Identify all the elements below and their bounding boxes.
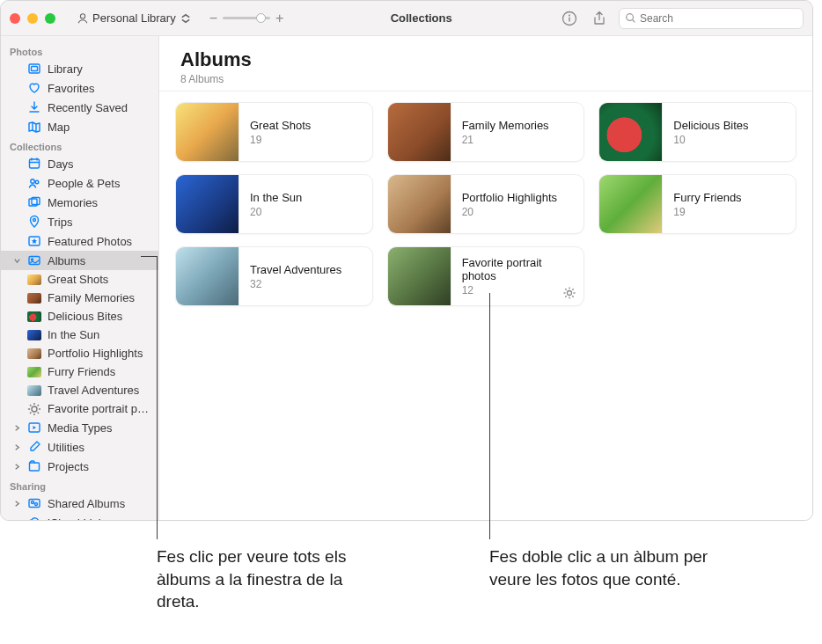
sidebar-item-media-types[interactable]: Media Types [1,418,158,437]
sidebar-item-label: iCloud Links [48,516,110,521]
sidebar-item-furry-friends[interactable]: Furry Friends [1,362,158,381]
callout-line-right [489,293,490,539]
sidebar-item-label: Furry Friends [48,365,115,378]
album-thumb-icon [27,293,41,304]
toolbar-title: Collections [290,11,552,25]
memories-icon [27,195,41,209]
sidebar-item-great-shots[interactable]: Great Shots [1,270,158,289]
search-input[interactable] [640,12,797,25]
info-button[interactable] [559,8,580,29]
svg-rect-3 [569,17,569,21]
album-icon [27,253,41,267]
sidebar-item-label: Portfolio Highlights [48,347,143,360]
svg-point-0 [80,13,84,18]
sidebar-item-label: Media Types [48,421,112,435]
zoom-slider[interactable]: − + [209,11,284,26]
sidebar-item-memories[interactable]: Memories [1,193,158,212]
zoom-in-icon[interactable]: + [275,11,283,26]
share-button[interactable] [589,8,610,29]
svg-point-15 [32,259,33,260]
sidebar-item-library[interactable]: Library [1,59,158,78]
album-count: 20 [462,206,574,218]
slider-track[interactable] [223,17,270,19]
callout-connector [141,256,157,257]
sidebar-item-label: In the Sun [48,328,99,341]
sidebar-item-label: Favorite portrait photos [48,402,151,415]
disclosure-right-icon[interactable] [13,424,21,432]
sidebar-item-label: Projects [48,460,89,473]
album-card[interactable]: Furry Friends19 [598,174,796,234]
svg-point-20 [32,501,34,504]
sidebar-section-label: Photos [1,41,158,59]
album-name: Favorite portrait photos [462,256,574,282]
svg-point-8 [31,179,34,183]
sidebar-item-icloud-links[interactable]: iCloud Links [1,513,158,520]
info-icon [561,11,577,26]
svg-rect-6 [32,67,38,71]
sidebar-item-projects[interactable]: Projects [1,457,158,476]
album-name: Furry Friends [673,191,785,204]
album-count: 10 [673,134,785,146]
callout-line-left [157,256,158,539]
sidebar-item-label: Family Memories [48,291,135,304]
people-icon [27,176,41,190]
search-icon [625,12,636,24]
search-field[interactable] [619,8,804,29]
close-icon[interactable] [10,13,20,24]
sidebar-item-label: Great Shots [48,273,108,286]
callout-text-left: Fes clic per veure tots els àlbums a la … [157,545,385,613]
album-meta: Portfolio Highlights20 [451,175,584,233]
svg-point-9 [35,180,39,184]
album-card[interactable]: Portfolio Highlights20 [387,174,585,234]
album-card[interactable]: Favorite portrait photos12 [387,246,585,306]
library-selector[interactable]: Personal Library [71,10,197,26]
sidebar-item-people-pets[interactable]: People & Pets [1,173,158,193]
calendar-icon [27,157,41,171]
projects-icon [27,459,41,473]
minimize-icon[interactable] [27,13,38,24]
disclosure-right-icon[interactable] [13,500,21,508]
sidebar-item-favorites[interactable]: Favorites [1,78,158,98]
sidebar-item-trips[interactable]: Trips [1,212,158,231]
sidebar-item-days[interactable]: Days [1,154,158,173]
star-icon [27,234,41,248]
heart-icon [27,81,41,95]
disclosure-right-icon[interactable] [13,463,21,471]
sidebar-section-label: Collections [1,136,158,154]
album-card[interactable]: Family Memories21 [387,102,585,162]
maximize-icon[interactable] [45,13,55,24]
disclosure-down-icon[interactable] [13,257,21,265]
sidebar-item-recently-saved[interactable]: Recently Saved [1,98,158,117]
album-card[interactable]: Great Shots19 [175,102,373,162]
sidebar-item-travel-adventures[interactable]: Travel Adventures [1,381,158,399]
album-count: 32 [250,278,362,290]
album-meta: Travel Adventures32 [239,247,372,305]
zoom-out-icon[interactable]: − [209,11,217,26]
sidebar-item-shared-albums[interactable]: Shared Albums [1,494,158,513]
sidebar-item-map[interactable]: Map [1,117,158,136]
sidebar-item-featured-photos[interactable]: Featured Photos [1,231,158,251]
sidebar-item-delicious-bites[interactable]: Delicious Bites [1,307,158,326]
disclosure-right-icon[interactable] [13,443,21,451]
svg-rect-18 [30,463,40,471]
sidebar-item-favorite-portrait-photos[interactable]: Favorite portrait photos [1,399,158,418]
album-card[interactable]: Delicious Bites10 [598,102,796,162]
album-count: 21 [462,134,574,146]
sidebar-item-label: Utilities [48,441,84,454]
album-thumb-icon [27,385,41,396]
svg-rect-19 [29,500,40,508]
library-label: Personal Library [92,11,176,25]
window-controls [10,13,55,24]
sidebar-item-portfolio-highlights[interactable]: Portfolio Highlights [1,344,158,362]
sidebar-item-in-the-sun[interactable]: In the Sun [1,326,158,344]
share-icon [591,11,607,26]
album-card[interactable]: In the Sun20 [175,174,373,234]
sidebar-item-albums[interactable]: Albums [1,251,158,270]
sidebar-item-utilities[interactable]: Utilities [1,437,158,457]
album-thumb-icon [27,348,41,359]
album-card[interactable]: Travel Adventures32 [175,246,373,306]
gear-icon[interactable] [562,286,576,300]
sidebar-item-family-memories[interactable]: Family Memories [1,289,158,307]
album-thumbnail [388,247,451,305]
slider-thumb[interactable] [256,13,266,23]
